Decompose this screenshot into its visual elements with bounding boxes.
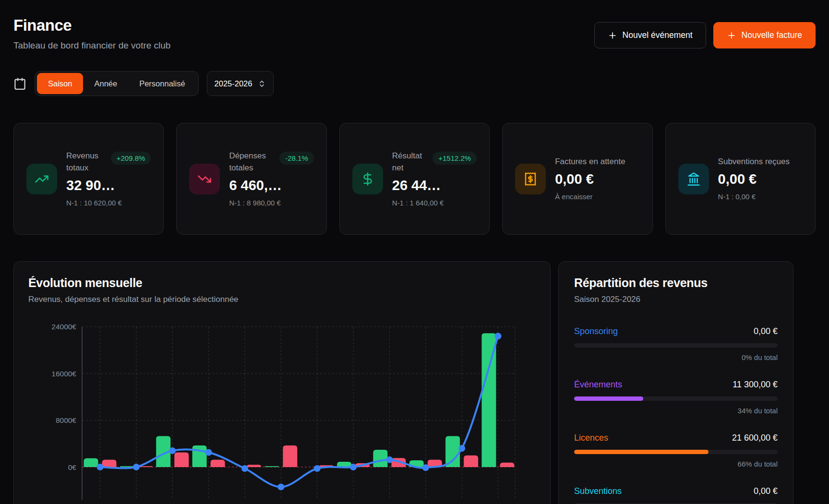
page-subtitle: Tableau de bord financier de votre club: [13, 40, 170, 51]
topbar: Finance Tableau de bord financier de vot…: [13, 14, 816, 51]
breakdown-percent-label: 0% du total: [574, 353, 778, 361]
monthly-evolution-chart: 24000€16000€8000€0€: [28, 312, 536, 500]
stat-value: 32 90…: [66, 178, 151, 193]
plus-icon: [608, 31, 617, 40]
svg-text:8000€: 8000€: [56, 416, 76, 424]
stat-card: Dépenses totales-28.1%6 460,…N-1 : 8 980…: [176, 123, 326, 235]
stat-previous-period: N-1 : 1 640,00 €: [392, 198, 477, 208]
breakdown-category-label: Événements: [574, 380, 622, 390]
breakdown-amount: 0,00 €: [754, 326, 778, 336]
stat-card: Résultat net+1512.2%26 44…N-1 : 1 640,00…: [339, 123, 490, 235]
breakdown-subtitle: Saison 2025-2026: [574, 295, 778, 304]
stat-card-content: Dépenses totales-28.1%6 460,…N-1 : 8 980…: [229, 150, 313, 208]
page-title: Finance: [13, 16, 170, 35]
chart-title: Évolution mensuelle: [28, 276, 536, 290]
receipt-icon: [523, 172, 538, 186]
stat-change-badge: -28.1%: [279, 152, 314, 165]
period-tabs: SaisonAnnéePersonnalisé: [35, 71, 199, 96]
new-invoice-button[interactable]: Nouvelle facture: [713, 22, 816, 48]
stat-card: Revenus totaux+209.8%32 90…N-1 : 10 620,…: [13, 123, 164, 235]
revenue-breakdown-card: Répartition des revenus Saison 2025-2026…: [558, 261, 793, 504]
breakdown-progress-fill: [574, 450, 709, 454]
landmark-icon: [686, 172, 701, 186]
tab-annee[interactable]: Année: [83, 73, 128, 94]
chevrons-up-down-icon: [258, 80, 266, 88]
season-select-value: 2025-2026: [215, 79, 252, 88]
stat-previous-period: À encaisser: [555, 192, 639, 202]
stat-change-badge: +209.8%: [111, 152, 151, 165]
breakdown-row: Sponsoring0,00 €0% du total: [574, 326, 778, 361]
breakdown-row: Licences21 600,00 €66% du total: [574, 433, 778, 468]
breakdown-amount: 21 600,00 €: [732, 433, 778, 443]
breakdown-amount: 0,00 €: [754, 486, 778, 496]
header-titles: Finance Tableau de bord financier de vot…: [13, 14, 170, 51]
svg-text:24000€: 24000€: [51, 323, 76, 331]
stat-card-content: Subventions reçues0,00 €N-1 : 0,00 €: [718, 156, 803, 202]
stat-cards-row: Revenus totaux+209.8%32 90…N-1 : 10 620,…: [13, 123, 816, 235]
landmark-tile: [678, 164, 709, 194]
new-event-button[interactable]: Nouvel événement: [594, 22, 706, 48]
breakdown-percent-label: 66% du total: [574, 460, 778, 468]
stat-label: Résultat net: [392, 150, 430, 174]
stat-card-content: Revenus totaux+209.8%32 90…N-1 : 10 620,…: [66, 150, 151, 208]
plus-icon: [727, 31, 736, 40]
breakdown-category-label: Licences: [574, 433, 608, 443]
stat-label: Subventions reçues: [718, 156, 790, 168]
stat-value: 26 44…: [392, 178, 477, 193]
season-select[interactable]: 2025-2026: [207, 71, 274, 96]
stat-card-content: Résultat net+1512.2%26 44…N-1 : 1 640,00…: [392, 150, 477, 208]
breakdown-row: Événements11 300,00 €34% du total: [574, 380, 778, 415]
stat-label: Dépenses totales: [229, 150, 276, 174]
stat-previous-period: N-1 : 8 980,00 €: [229, 198, 313, 208]
breakdown-row: Subventions0,00 €0% du total: [574, 486, 778, 504]
stat-card: Factures en attente0,00 €À encaisser: [502, 123, 652, 235]
svg-text:0€: 0€: [68, 463, 77, 471]
tab-saison[interactable]: Saison: [37, 73, 83, 94]
stat-card-content: Factures en attente0,00 €À encaisser: [555, 156, 639, 202]
stat-value: 0,00 €: [555, 171, 639, 187]
bottom-section: Évolution mensuelle Revenus, dépenses et…: [13, 261, 816, 504]
calendar-icon: [13, 77, 26, 90]
breakdown-progress-track: [574, 343, 778, 348]
stat-change-badge: +1512.2%: [433, 152, 477, 165]
breakdown-progress-track: [574, 450, 778, 454]
breakdown-amount: 11 300,00 €: [733, 380, 778, 390]
monthly-evolution-card: Évolution mensuelle Revenus, dépenses et…: [13, 261, 551, 504]
chart-subtitle: Revenus, dépenses et résultat sur la pér…: [28, 295, 536, 304]
new-event-button-label: Nouvel événement: [623, 30, 693, 40]
stat-value: 0,00 €: [718, 171, 803, 187]
breakdown-percent-label: 34% du total: [574, 407, 778, 415]
new-invoice-button-label: Nouvelle facture: [742, 30, 802, 40]
breakdown-rows: Sponsoring0,00 €0% du totalÉvénements11 …: [574, 326, 778, 504]
filter-bar: SaisonAnnéePersonnalisé 2025-2026: [13, 71, 816, 96]
dollar-sign-icon: [360, 172, 375, 186]
breakdown-progress-fill: [574, 396, 643, 401]
breakdown-category-label: Sponsoring: [574, 326, 618, 336]
trending-down-icon: [197, 172, 212, 186]
breakdown-title: Répartition des revenus: [574, 276, 778, 290]
stat-previous-period: N-1 : 10 620,00 €: [66, 198, 151, 208]
trending-down-tile: [189, 164, 220, 194]
stat-card: Subventions reçues0,00 €N-1 : 0,00 €: [665, 123, 816, 235]
trending-up-tile: [26, 164, 57, 194]
finance-dashboard-page: Finance Tableau de bord financier de vot…: [0, 0, 829, 504]
monthly-chart-svg: 24000€16000€8000€0€: [28, 312, 537, 500]
stat-label: Revenus totaux: [66, 150, 108, 174]
dollar-sign-tile: [352, 164, 383, 194]
stat-previous-period: N-1 : 0,00 €: [718, 192, 803, 202]
trending-up-icon: [35, 172, 49, 186]
breakdown-category-label: Subventions: [574, 486, 622, 496]
tab-personnalise[interactable]: Personnalisé: [128, 73, 196, 94]
svg-text:16000€: 16000€: [51, 370, 76, 378]
header-actions: Nouvel événement Nouvelle facture: [594, 22, 816, 48]
breakdown-progress-track: [574, 396, 778, 401]
receipt-tile: [515, 164, 546, 194]
stat-value: 6 460,…: [229, 178, 313, 193]
stat-label: Factures en attente: [555, 156, 625, 168]
